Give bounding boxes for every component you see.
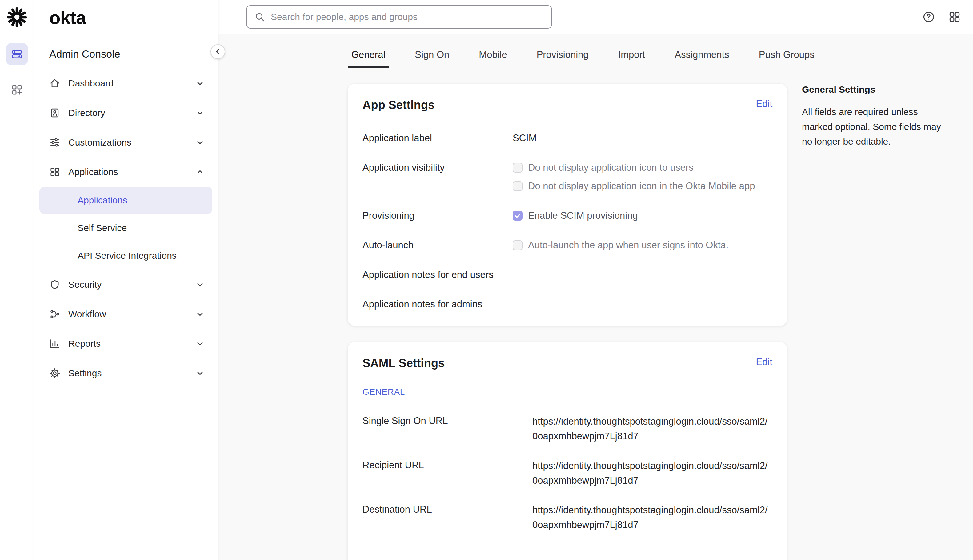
checkbox-hide-icon-users[interactable] — [513, 163, 523, 173]
tab-push-groups[interactable]: Push Groups — [755, 49, 818, 68]
help-panel-body: All fields are required unless marked op… — [802, 105, 948, 149]
app-settings-edit-button[interactable]: Edit — [756, 98, 772, 110]
tab-general[interactable]: General — [348, 49, 389, 68]
chevron-down-icon — [196, 310, 204, 318]
toggles-icon — [11, 48, 23, 60]
topbar-actions — [921, 10, 973, 24]
sidebar-item-customizations[interactable]: Customizations — [35, 128, 218, 157]
saml-settings-card: SAML Settings Edit GENERAL Single Sign O… — [348, 342, 787, 560]
checkbox-row-hide-icon-mobile[interactable]: Do not display application icon in the O… — [513, 179, 772, 193]
shield-icon — [49, 279, 60, 290]
checkbox-row-auto-launch[interactable]: Auto-launch the app when user signs into… — [513, 238, 772, 252]
main-area: General Sign On Mobile Provisioning Impo… — [218, 0, 973, 560]
field-recipient-url: Recipient URL https://identity.thoughtsp… — [363, 458, 772, 488]
saml-settings-title: SAML Settings — [363, 357, 445, 370]
tab-provisioning[interactable]: Provisioning — [533, 49, 592, 68]
chevron-down-icon — [196, 79, 204, 88]
chevron-down-icon — [196, 138, 204, 147]
chevron-down-icon — [196, 108, 204, 117]
help-panel-title: General Settings — [802, 84, 948, 95]
field-auto-launch: Auto-launch Auto-launch the app when use… — [363, 238, 772, 252]
sidebar-item-reports[interactable]: Reports — [35, 329, 218, 358]
field-provisioning: Provisioning Enable SCIM provisioning — [363, 209, 772, 222]
chevron-down-icon — [196, 280, 204, 289]
recipient-url-value: https://identity.thoughtspotstaginglogin… — [532, 458, 772, 488]
sidebar-subitem-api-service-integrations[interactable]: API Service Integrations — [39, 242, 212, 269]
field-single-sign-on-url: Single Sign On URL https://identity.thou… — [363, 414, 772, 444]
search-input[interactable] — [271, 12, 544, 22]
workflow-icon — [49, 308, 60, 320]
sidebar-nav: Dashboard Directory Customizations — [35, 68, 218, 388]
sidebar-subitem-applications[interactable]: Applications — [39, 187, 212, 214]
home-icon — [49, 78, 60, 89]
checkbox-row-enable-scim[interactable]: Enable SCIM provisioning — [513, 209, 772, 222]
field-notes-admins: Application notes for admins — [363, 298, 772, 311]
app-settings-title: App Settings — [363, 98, 435, 112]
sidebar-item-directory[interactable]: Directory — [35, 98, 218, 128]
chevron-left-icon — [214, 48, 222, 55]
grid-icon — [49, 167, 60, 178]
application-label-value: SCIM — [513, 132, 772, 145]
sliders-icon — [49, 137, 60, 148]
chevron-down-icon — [196, 369, 204, 378]
checkbox-enable-scim[interactable] — [513, 211, 523, 221]
okta-wordmark: okta — [49, 8, 218, 27]
global-search — [246, 5, 552, 28]
check-icon — [514, 212, 521, 219]
saml-general-section-label: GENERAL — [363, 387, 772, 397]
rail-add-apps-button[interactable] — [6, 79, 28, 101]
sidebar-collapse-button[interactable] — [210, 44, 225, 59]
tab-assignments[interactable]: Assignments — [671, 49, 733, 68]
sidebar-item-settings[interactable]: Settings — [35, 358, 218, 388]
settings-cards: App Settings Edit Application label SCIM… — [348, 84, 787, 560]
tab-sign-on[interactable]: Sign On — [411, 49, 453, 68]
directory-icon — [49, 107, 60, 118]
sidebar-item-applications[interactable]: Applications — [35, 157, 218, 187]
checkbox-auto-launch[interactable] — [513, 240, 523, 250]
sidebar-subitem-self-service[interactable]: Self Service — [39, 215, 212, 242]
sidebar: okta Admin Console Dashboard Directory — [35, 0, 218, 560]
notes-end-users-value — [513, 268, 772, 282]
chevron-up-icon — [196, 168, 204, 176]
help-icon — [922, 10, 935, 23]
sidebar-item-security[interactable]: Security — [35, 270, 218, 299]
rail-console-toggle-button[interactable] — [6, 43, 28, 65]
field-notes-end-users: Application notes for end users — [363, 268, 772, 282]
checkbox-row-hide-icon-users[interactable]: Do not display application icon to users — [513, 161, 772, 175]
tab-mobile[interactable]: Mobile — [475, 49, 510, 68]
sidebar-item-dashboard[interactable]: Dashboard — [35, 68, 218, 98]
left-rail — [0, 0, 35, 560]
tab-import[interactable]: Import — [615, 49, 649, 68]
chevron-down-icon — [196, 339, 204, 348]
checkbox-hide-icon-mobile[interactable] — [513, 181, 523, 191]
gear-icon — [49, 368, 60, 379]
app-switcher-button[interactable] — [947, 10, 962, 24]
bar-chart-icon — [49, 338, 60, 349]
notes-admins-value — [513, 298, 772, 311]
field-destination-url: Destination URL https://identity.thought… — [363, 503, 772, 532]
topbar — [218, 0, 973, 35]
field-application-visibility: Application visibility Do not display ap… — [363, 161, 772, 193]
apps-grid-icon — [948, 10, 961, 23]
console-title: Admin Console — [49, 48, 218, 60]
grid-plus-icon — [11, 84, 23, 96]
single-sign-on-url-value: https://identity.thoughtspotstaginglogin… — [532, 414, 772, 444]
app-tabs: General Sign On Mobile Provisioning Impo… — [348, 49, 973, 68]
general-settings-help-panel: General Settings All fields are required… — [802, 84, 948, 149]
field-application-label: Application label SCIM — [363, 132, 772, 145]
app-settings-card: App Settings Edit Application label SCIM… — [348, 84, 787, 326]
help-button[interactable] — [921, 10, 936, 24]
search-icon — [254, 12, 265, 22]
sidebar-item-workflow[interactable]: Workflow — [35, 299, 218, 329]
destination-url-value: https://identity.thoughtspotstaginglogin… — [532, 503, 772, 532]
saml-settings-edit-button[interactable]: Edit — [756, 357, 772, 368]
app-layout: okta Admin Console Dashboard Directory — [0, 0, 973, 560]
okta-spinner-logo — [7, 7, 27, 27]
